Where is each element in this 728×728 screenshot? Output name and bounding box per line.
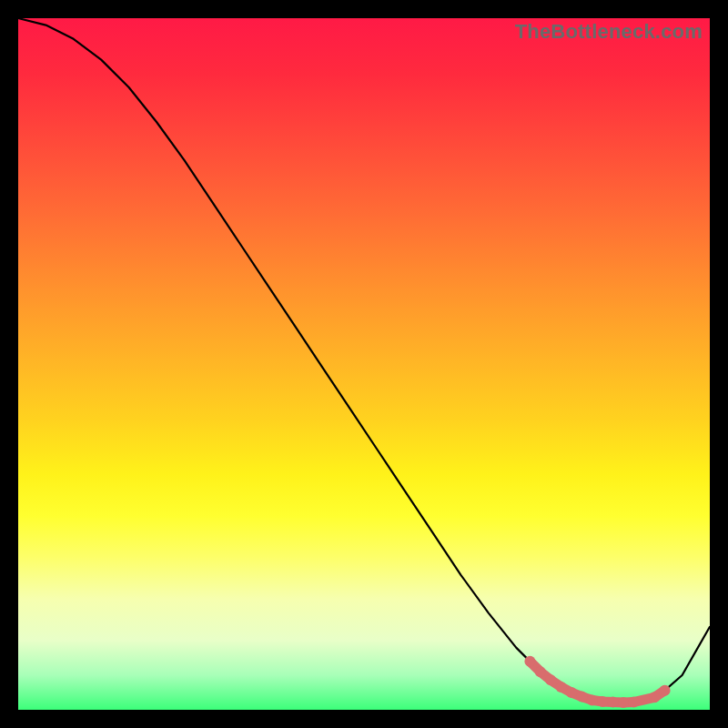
marker-dot bbox=[535, 666, 546, 677]
marker-dot bbox=[556, 682, 567, 693]
marker-dot bbox=[587, 694, 598, 705]
marker-dot bbox=[649, 692, 660, 703]
chart-container: TheBottleneck.com bbox=[0, 0, 728, 728]
marker-dot bbox=[660, 685, 671, 696]
curve-markers bbox=[524, 656, 670, 708]
marker-dot bbox=[618, 697, 629, 708]
marker-dot bbox=[545, 674, 556, 685]
bottleneck-curve bbox=[18, 18, 710, 703]
marker-dot bbox=[608, 697, 619, 708]
marker-dot bbox=[597, 696, 608, 707]
marker-dot bbox=[628, 697, 639, 708]
chart-svg bbox=[18, 18, 710, 710]
marker-dot bbox=[576, 692, 587, 703]
marker-dot bbox=[566, 687, 577, 698]
marker-dot bbox=[524, 656, 535, 667]
plot-area: TheBottleneck.com bbox=[18, 18, 710, 710]
